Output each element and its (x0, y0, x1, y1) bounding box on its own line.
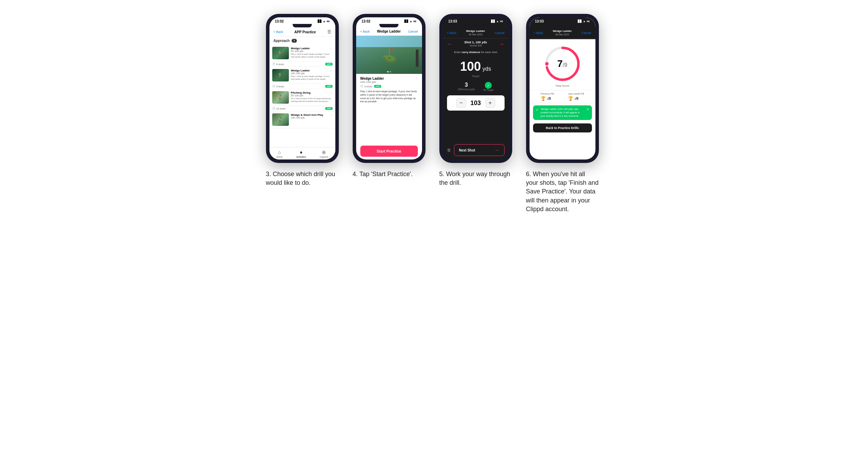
toast-check-icon: ✓ (536, 108, 539, 112)
phone-6-frame: 13:03 ▊▊ ▲ 46 < Back Wedge Ladder 0 (526, 14, 599, 163)
shot-stats-5: 3 Difference (yds) ✓ Hit Target (443, 79, 509, 94)
clock-icon-2: 🕐 (272, 85, 275, 88)
drill-yds-4: 100–140 yds (291, 116, 323, 119)
tab-bar-3: ⌂ Home ♦ Activities ⊕ Capture (269, 147, 335, 159)
shot-instruction-5: Enter carry distance for each shot (443, 49, 509, 55)
clock-icon-detail-4: 🕐 (360, 85, 363, 88)
score-label-6: Total Score (555, 84, 569, 87)
detail-shots-4: 🕐 9 shots (360, 85, 372, 88)
signal-icon-5: ▊▊ (491, 20, 495, 23)
drill-item-3[interactable]: 🏌️ Pitching String 55–100 yds ☆ Hit 1 sh… (269, 89, 335, 106)
tab-capture-label-3: Capture (320, 156, 328, 158)
tab-activities-3[interactable]: ♦ Activities (297, 149, 306, 158)
next-shot-arrow-5: → (495, 147, 499, 153)
phone-6-screen: 13:03 ▊▊ ▲ 46 < Back Wedge Ladder 0 (530, 17, 595, 159)
drill-title-3: Pitching String (291, 91, 311, 94)
phone-4-section: 13:02 ▊▊ ▲ 46 < Back Wedge Ladder Cancel… (353, 14, 429, 179)
score-denom-6: /9 (563, 62, 567, 68)
last-month-pb-item: Last month PB 🏆 -/9 (568, 93, 584, 101)
drill-footer-2: 🕐9 shots APP (269, 84, 335, 89)
drill-yds-1: 50–100 yds (291, 50, 310, 52)
trophy-icon-last: 🏆 (568, 96, 573, 101)
detail-title-4: Wedge Ladder (360, 77, 384, 80)
back-btn-5[interactable]: < Back (447, 31, 457, 35)
star-icon-1[interactable]: ☆ (330, 47, 333, 50)
trash-icon-5[interactable]: 🗑 (447, 148, 451, 153)
drill-item-4[interactable]: 🏌️ Wedge & Short Iron Play 100–140 yds ☆ (269, 111, 335, 128)
last-month-pb-value: -/9 (574, 97, 578, 101)
star-icon-3[interactable]: ☆ (330, 91, 333, 95)
drill-item-2[interactable]: 🏌️ Wedge Ladder 100–140 yds ☆ Play 1 sho… (269, 67, 335, 84)
caption-4: 4. Tap 'Start Practice'. (353, 170, 413, 179)
wifi-icon-3: ▲ (323, 20, 326, 23)
back-btn-4[interactable]: < Back (360, 30, 370, 33)
clock-icon-1: 🕐 (272, 63, 275, 66)
increment-btn-5[interactable]: + (485, 98, 495, 108)
drill-item-1[interactable]: 🏌️ Wedge Ladder 50–100 yds ☆ Play 1 shot… (269, 45, 335, 62)
target-label-5: Target (443, 75, 509, 78)
cancel-btn-4[interactable]: Cancel (408, 30, 418, 33)
tab-home-3[interactable]: ⌂ Home (276, 149, 283, 158)
detail-section-4: Wedge Ladder 100–140 yds ☆ 🕐 9 shots APP… (356, 74, 422, 143)
star-icon-2[interactable]: ☆ (330, 69, 333, 72)
phone-5-frame: 13:03 ▊▊ ▲ 46 < Back Wedge Ladder 06 Mar… (439, 14, 512, 163)
prev-pb-item: Previous PB 🏆 -/9 (541, 93, 554, 101)
target-number-5: 100 yds (443, 59, 509, 74)
nav-title-line2-5: 06 Mar 2023 (466, 33, 485, 36)
status-bar-4: 13:02 ▊▊ ▲ 46 (356, 17, 422, 24)
wifi-icon-6: ▲ (583, 20, 586, 23)
score-text-6: 7/9 (557, 59, 567, 69)
phone-6-section: 13:03 ▊▊ ▲ 46 < Back Wedge Ladder 0 (526, 14, 602, 214)
clock-icon-3: 🕐 (272, 107, 275, 110)
score-circle-container-6: 7/9 Total Score (530, 39, 595, 90)
target-unit-5: yds (482, 66, 491, 72)
shot-bottom-5: 🗑 Next Shot → (443, 141, 509, 159)
back-btn-3[interactable]: < Back (274, 30, 283, 34)
star-icon-detail-4[interactable]: ☆ (415, 77, 418, 80)
input-row-5: − 103 + (447, 95, 505, 111)
drill-thumb-3: 🏌️ (272, 91, 289, 104)
drill-desc-3: Hit 1 shot at each of the 10 target dist… (291, 97, 333, 103)
nav-bar-6: < Back Wedge Ladder 06 Mar 2023 Cancel (530, 27, 595, 38)
next-arrow-5[interactable]: → (499, 41, 505, 47)
caption-6: 6. When you've hit all your shots, tap '… (526, 170, 599, 214)
cancel-btn-6[interactable]: Cancel (581, 31, 591, 35)
section-header-3: Approach 7 (269, 37, 335, 45)
input-value-5[interactable]: 103 (469, 100, 483, 107)
start-practice-btn-4[interactable]: Start Practice (360, 146, 418, 157)
back-to-drills-btn-6[interactable]: Back to Practice Drills (533, 123, 592, 132)
score-big-6: 7 (557, 58, 563, 69)
cancel-btn-5[interactable]: Cancel (495, 31, 504, 35)
target-big-5: 100 (460, 59, 481, 73)
decrement-btn-5[interactable]: − (456, 98, 466, 108)
tab-capture-3[interactable]: ⊕ Capture (320, 149, 328, 158)
shot-nav-5: ← Shot 1, 100 yds Score 5/9 → (443, 38, 509, 49)
back-btn-6[interactable]: < Back (534, 31, 543, 35)
toast-close-icon[interactable]: ✕ (586, 107, 589, 111)
signal-icon-3: ▊▊ (318, 20, 322, 23)
carry-distance-bold: carry distance (462, 51, 480, 54)
success-toast-6: ✓ 'Wedge Ladder (100–140 yds)' was creat… (533, 105, 592, 120)
dot-2 (389, 71, 391, 72)
prev-arrow-5[interactable]: ← (447, 41, 453, 47)
phone-3-frame: 13:02 ▊▊ ▲ 46 < Back APP Practice ☰ App (266, 14, 339, 163)
drill-title-2: Wedge Ladder (291, 69, 310, 72)
status-bar-3: 13:02 ▊▊ ▲ 46 (269, 17, 335, 24)
drill-footer-3: 🕐10 shots APP (269, 106, 335, 111)
status-bar-6: 13:03 ▊▊ ▲ 46 (530, 17, 595, 24)
time-5: 13:03 (448, 19, 457, 23)
score-number-6: 7/9 (557, 59, 567, 69)
stat-hit-label-5: Hit Target (483, 89, 493, 91)
star-icon-4[interactable]: ☆ (330, 113, 333, 117)
drill-title-4: Wedge & Short Iron Play (291, 113, 323, 116)
last-month-pb-value-row: 🏆 -/9 (568, 96, 584, 101)
wifi-icon-5: ▲ (496, 20, 499, 23)
shots-text-1: 🕐9 shots (272, 63, 284, 66)
capture-icon-3: ⊕ (322, 149, 326, 155)
nav-bar-4: < Back Wedge Ladder Cancel (356, 27, 422, 36)
menu-icon-3[interactable]: ☰ (327, 29, 331, 34)
next-shot-btn-5[interactable]: Next Shot → (454, 144, 505, 156)
tab-home-label-3: Home (276, 156, 283, 158)
time-3: 13:02 (275, 19, 284, 23)
phone-5-section: 13:03 ▊▊ ▲ 46 < Back Wedge Ladder 06 Mar… (439, 14, 516, 187)
